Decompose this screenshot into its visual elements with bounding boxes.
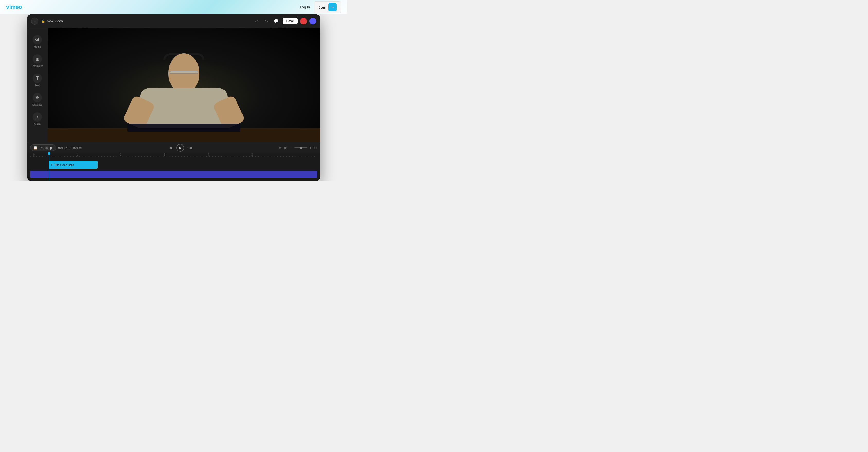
sidebar-label-templates: Templates xyxy=(31,65,43,67)
ruler-mark-2: 2 xyxy=(120,153,122,156)
play-button[interactable]: ▶ xyxy=(177,144,184,152)
title-track[interactable]: T Title Goes Here xyxy=(49,161,98,169)
title-track-label: Title Goes Here xyxy=(54,163,74,166)
skip-back-button[interactable]: ⏮ xyxy=(168,145,172,150)
transcript-label: Transcript xyxy=(39,146,53,150)
transcript-icon: 📋 xyxy=(33,146,37,150)
time-separator: / xyxy=(69,146,73,150)
sidebar-label-media: Media xyxy=(34,45,41,48)
join-label: Join xyxy=(318,5,327,9)
ruler-mark-5: 5 xyxy=(251,153,253,156)
zoom-slider-thumb xyxy=(300,146,302,149)
editor: ← 🔒 New Video ↩ ↪ 💬 Save 🖼 M xyxy=(27,15,320,181)
timeline-tracks: T Title Goes Here xyxy=(27,160,320,181)
project-title-text: New Video xyxy=(47,19,63,23)
playhead-ruler xyxy=(49,153,50,160)
ruler-mark-0: 0 xyxy=(33,153,35,156)
title-track-t-icon: T xyxy=(51,163,53,166)
join-button[interactable]: Join → xyxy=(314,1,341,13)
back-button[interactable]: ← xyxy=(31,18,38,25)
ruler-mark-4: 4 xyxy=(208,153,209,156)
avatar-red xyxy=(300,18,307,25)
text-icon: T xyxy=(33,74,42,83)
timeline-header-right: ⇔ 🗑 − + ⇿ xyxy=(278,145,317,150)
video-track[interactable] xyxy=(30,171,317,178)
playhead-line xyxy=(49,160,50,181)
timeline-area: 📋 Transcript 00:06 / 00:50 ⏮ ▶ ⏭ ⇔ xyxy=(27,142,320,181)
video-preview xyxy=(48,28,320,142)
editor-header-right: ↩ ↪ 💬 Save xyxy=(253,18,316,25)
sidebar-label-text: Text xyxy=(35,84,40,87)
zoom-in-button[interactable]: + xyxy=(309,145,312,150)
redo-button[interactable]: ↪ xyxy=(263,18,270,25)
time-current: 00:06 xyxy=(58,146,67,150)
zoom-out-button[interactable]: − xyxy=(290,145,292,150)
playhead-dot xyxy=(48,152,51,155)
ruler-mark-1: 1 xyxy=(76,153,78,156)
templates-icon: ⊞ xyxy=(33,54,42,64)
media-icon: 🖼 xyxy=(33,35,42,44)
skip-forward-button[interactable]: ⏭ xyxy=(188,145,192,150)
timeline-header: 📋 Transcript 00:06 / 00:50 ⏮ ▶ ⏭ ⇔ xyxy=(27,142,320,153)
editor-main: 🖼 Media ⊞ Templates T Text ⚙ Graphics ♪ xyxy=(27,28,320,142)
editor-container: ← 🔒 New Video ↩ ↪ 💬 Save 🖼 M xyxy=(27,15,320,181)
avatar-blue xyxy=(309,18,316,25)
time-total: 00:50 xyxy=(73,146,82,150)
ruler-marks: 0 1 2 3 4 5 xyxy=(30,153,317,160)
transcript-badge[interactable]: 📋 Transcript xyxy=(30,144,56,151)
keyboard xyxy=(127,123,241,132)
top-navigation-bar: vimeo Log In Join → xyxy=(0,0,347,15)
delete-button[interactable]: 🗑 xyxy=(284,145,288,150)
project-title: 🔒 New Video xyxy=(41,19,63,23)
sidebar-item-templates[interactable]: ⊞ Templates xyxy=(30,52,45,69)
timeline-controls: ⏮ ▶ ⏭ xyxy=(168,144,192,152)
fit-button[interactable]: ⇔ xyxy=(278,145,282,150)
graphics-icon: ⚙ xyxy=(33,93,42,102)
timeline-header-left: 📋 Transcript 00:06 / 00:50 xyxy=(30,144,82,151)
undo-button[interactable]: ↩ xyxy=(253,18,260,25)
save-button[interactable]: Save xyxy=(283,18,298,24)
left-sidebar: 🖼 Media ⊞ Templates T Text ⚙ Graphics ♪ xyxy=(27,28,48,142)
time-display: 00:06 / 00:50 xyxy=(58,146,82,150)
login-button[interactable]: Log In xyxy=(300,5,310,9)
ruler-dots xyxy=(30,156,317,157)
sidebar-item-graphics[interactable]: ⚙ Graphics xyxy=(30,91,45,108)
audio-icon: ♪ xyxy=(33,112,42,121)
expand-button[interactable]: ⇿ xyxy=(314,145,317,150)
top-bar-right: Log In Join → xyxy=(300,1,341,13)
zoom-slider[interactable] xyxy=(294,147,307,148)
comment-button[interactable]: 💬 xyxy=(273,18,280,25)
vimeo-logo: vimeo xyxy=(6,4,22,10)
editor-header-left: ← 🔒 New Video xyxy=(31,18,63,25)
timeline-ruler: 0 1 2 3 4 5 xyxy=(27,153,320,160)
video-frame xyxy=(48,28,320,142)
sidebar-label-audio: Audio xyxy=(34,122,41,125)
glasses xyxy=(170,71,198,74)
join-arrow-icon: → xyxy=(329,3,337,11)
sidebar-item-media[interactable]: 🖼 Media xyxy=(30,33,45,50)
sidebar-item-text[interactable]: T Text xyxy=(30,72,45,89)
lock-icon: 🔒 xyxy=(41,19,45,23)
sidebar-item-audio[interactable]: ♪ Audio xyxy=(30,110,45,128)
sidebar-label-graphics: Graphics xyxy=(32,103,42,106)
ruler-mark-3: 3 xyxy=(164,153,165,156)
editor-header: ← 🔒 New Video ↩ ↪ 💬 Save xyxy=(27,15,320,28)
